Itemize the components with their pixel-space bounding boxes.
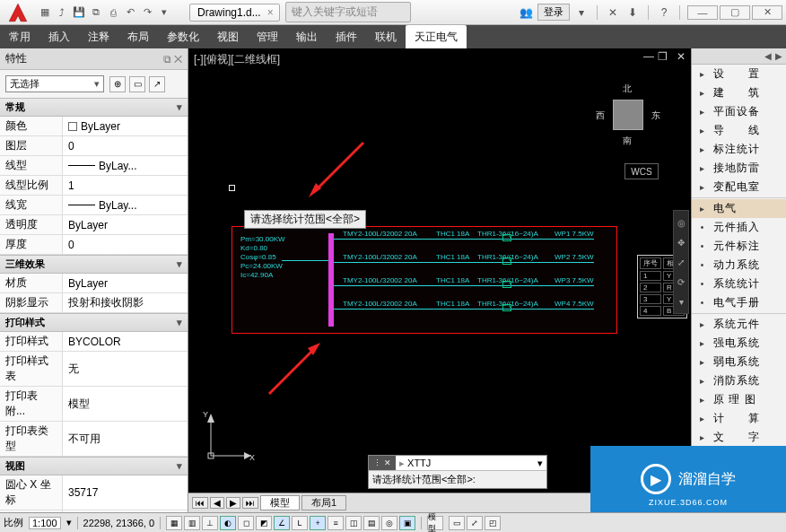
viewcube-south[interactable]: 南 bbox=[623, 135, 632, 147]
tab-manage[interactable]: 管理 bbox=[248, 25, 287, 48]
nav-showmo-icon[interactable]: ▾ bbox=[675, 295, 687, 308]
nav-pan-icon[interactable]: ✥ bbox=[675, 236, 687, 249]
infocenter-icon[interactable]: 👥 bbox=[518, 4, 534, 21]
login-button[interactable]: 登录 bbox=[537, 4, 570, 21]
tool-item[interactable]: ▸弱电系统 bbox=[692, 353, 786, 371]
select-objects-icon[interactable]: ▭ bbox=[129, 76, 145, 92]
pickadd-icon[interactable]: ⊕ bbox=[109, 76, 126, 92]
tool-item[interactable]: ▸强电系统 bbox=[692, 334, 786, 353]
am-icon[interactable]: ▣ bbox=[399, 516, 415, 530]
minimize-button[interactable]: — bbox=[687, 5, 718, 20]
tab-model[interactable]: 模型 bbox=[260, 495, 300, 510]
quick-select-icon[interactable]: ↗ bbox=[149, 76, 165, 92]
cmdline-grip-icon[interactable]: ⋮ ✕ bbox=[369, 456, 396, 470]
prop-layer-value[interactable]: 0 bbox=[63, 136, 188, 155]
app-logo[interactable] bbox=[2, 2, 34, 23]
document-tab[interactable]: Drawing1.d... bbox=[189, 4, 280, 22]
maximize-button[interactable]: ▢ bbox=[720, 5, 750, 20]
prop-plotattach-value[interactable]: 模型 bbox=[63, 387, 188, 421]
tool-item[interactable]: ▸消防系统 bbox=[692, 371, 786, 390]
sc-icon[interactable]: ◎ bbox=[381, 516, 397, 530]
sb-ext3-icon[interactable]: ◰ bbox=[485, 516, 501, 530]
vp-min-icon[interactable]: — bbox=[643, 50, 654, 63]
tab-scroll-first-icon[interactable]: ⏮ bbox=[192, 497, 208, 509]
tool-item[interactable]: ▸导 线 bbox=[692, 121, 786, 140]
scale-dropdown-icon[interactable]: ▾ bbox=[66, 517, 72, 528]
viewport-title[interactable]: [-][俯视][二维线框] bbox=[194, 52, 280, 67]
exchange-icon[interactable]: ✕ bbox=[605, 4, 621, 21]
tool-item[interactable]: •元件插入 bbox=[692, 218, 786, 237]
section-general[interactable]: 常规 bbox=[0, 98, 188, 117]
tab-tangent-elec[interactable]: 天正电气 bbox=[406, 25, 467, 48]
nav-zoom-icon[interactable]: ⤢ bbox=[675, 256, 687, 268]
tab-insert[interactable]: 插入 bbox=[39, 25, 79, 48]
prop-thickness-value[interactable]: 0 bbox=[63, 235, 188, 254]
prop-shadow-value[interactable]: 投射和接收阴影 bbox=[63, 293, 188, 312]
selection-filter-dropdown[interactable]: 无选择 bbox=[5, 75, 104, 92]
tab-scroll-next-icon[interactable]: ▶ bbox=[226, 497, 240, 509]
tool-item[interactable]: ▸建 筑 bbox=[692, 83, 786, 102]
viewcube[interactable]: 北 东 南 西 bbox=[598, 84, 659, 145]
viewcube-west[interactable]: 西 bbox=[596, 109, 605, 122]
help-icon[interactable]: ? bbox=[656, 4, 672, 21]
sb-ext1-icon[interactable]: ▭ bbox=[449, 516, 465, 530]
tool-item[interactable]: ▸系统元件 bbox=[692, 315, 786, 334]
prop-material-value[interactable]: ByLayer bbox=[63, 274, 188, 292]
sb-ext2-icon[interactable]: ⤢ bbox=[467, 516, 483, 530]
viewcube-face[interactable] bbox=[613, 100, 643, 130]
tool-item[interactable]: •动力系统 bbox=[692, 256, 786, 275]
tab-parametric[interactable]: 参数化 bbox=[158, 25, 208, 48]
undo-icon[interactable]: ↶ bbox=[123, 5, 137, 20]
qat-more-icon[interactable]: ▾ bbox=[157, 5, 171, 20]
tab-output[interactable]: 输出 bbox=[287, 25, 327, 48]
snap-icon[interactable]: ▦ bbox=[166, 516, 182, 530]
print-icon[interactable]: ⎙ bbox=[106, 5, 120, 20]
polar-icon[interactable]: ◐ bbox=[220, 516, 236, 530]
tab-view[interactable]: 视图 bbox=[208, 25, 248, 48]
tool-item[interactable]: •系统统计 bbox=[692, 275, 786, 293]
vp-close-icon[interactable]: ✕ bbox=[677, 50, 686, 63]
redo-icon[interactable]: ↷ bbox=[140, 5, 154, 20]
command-input[interactable]: ▸ XTTJ▾ bbox=[396, 457, 546, 470]
section-render[interactable]: 三维效果 bbox=[0, 255, 188, 274]
prop-plotstyle-value[interactable]: BYCOLOR bbox=[63, 332, 188, 351]
tool-item[interactable]: ▸变配电室 bbox=[692, 178, 786, 196]
tab-layout1[interactable]: 布局1 bbox=[301, 495, 346, 510]
tool-item[interactable]: ▸原 理 图 bbox=[692, 390, 786, 409]
tool-item[interactable]: ▸接地防雷 bbox=[692, 159, 786, 178]
tab-layout[interactable]: 布局 bbox=[118, 25, 158, 48]
section-view[interactable]: 视图 bbox=[0, 457, 188, 475]
new-icon[interactable]: ▦ bbox=[38, 5, 52, 20]
scale-value[interactable]: 1:100 bbox=[29, 517, 61, 529]
tool-item[interactable]: •电气手册 bbox=[692, 293, 786, 312]
prop-ltscale-value[interactable]: 1 bbox=[63, 176, 188, 195]
prop-plottabletype-value[interactable]: 不可用 bbox=[63, 422, 188, 456]
close-button[interactable]: ✕ bbox=[752, 5, 782, 20]
lwt-icon[interactable]: ≡ bbox=[328, 516, 344, 530]
viewcube-north[interactable]: 北 bbox=[623, 83, 632, 95]
tpy-icon[interactable]: ◫ bbox=[345, 516, 362, 530]
tab-scroll-prev-icon[interactable]: ◀ bbox=[210, 497, 224, 509]
model-paper-toggle[interactable]: 模型 bbox=[427, 516, 443, 530]
tool-item[interactable]: ▸文 字 bbox=[692, 428, 786, 447]
osnap3d-icon[interactable]: ◩ bbox=[256, 516, 272, 530]
panel-scroll-left-icon[interactable]: ◀ bbox=[764, 51, 772, 61]
ducs-icon[interactable]: L bbox=[292, 516, 308, 530]
tab-plugin[interactable]: 插件 bbox=[327, 25, 366, 48]
prop-color-value[interactable]: ByLayer bbox=[63, 117, 188, 135]
wcs-indicator[interactable]: WCS bbox=[624, 163, 659, 179]
nav-orbit-icon[interactable]: ⟳ bbox=[675, 275, 687, 288]
help-search-input[interactable]: 键入关键字或短语 bbox=[285, 2, 411, 22]
grid-icon[interactable]: ▥ bbox=[184, 516, 200, 530]
otrack-icon[interactable]: ∠ bbox=[274, 516, 290, 530]
tool-item[interactable]: ▸计 算 bbox=[692, 409, 786, 428]
tool-item[interactable]: •元件标注 bbox=[692, 237, 786, 256]
command-line[interactable]: ⋮ ✕ ▸ XTTJ▾ 请选择统计范围<全部>: bbox=[368, 455, 547, 489]
prop-linetype-value[interactable]: ByLay... bbox=[63, 156, 188, 175]
dyn-icon[interactable]: + bbox=[310, 516, 326, 530]
dropdown-icon[interactable]: ▾ bbox=[573, 4, 590, 21]
coordinate-readout[interactable]: 22298, 21366, 0 bbox=[83, 518, 155, 528]
tool-item[interactable]: ▸平面设备 bbox=[692, 102, 786, 121]
tab-scroll-last-icon[interactable]: ⏭ bbox=[242, 497, 258, 509]
saveas-icon[interactable]: ⧉ bbox=[89, 5, 103, 20]
